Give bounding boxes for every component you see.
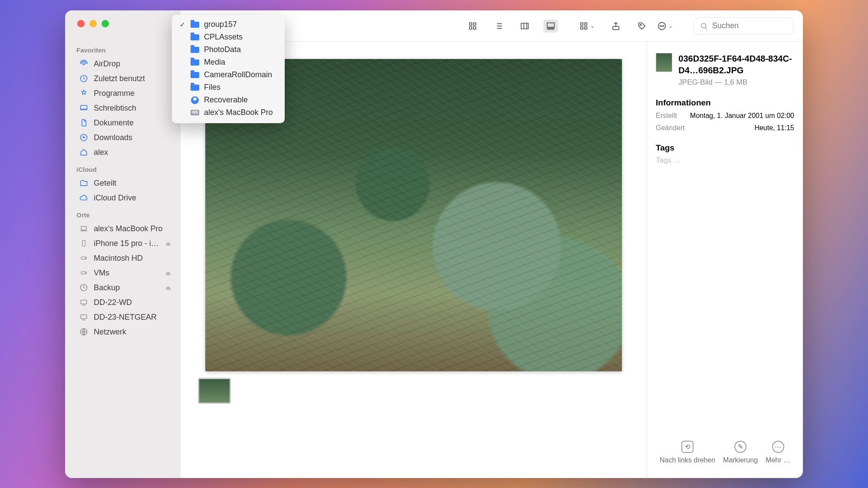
minimize-window-button[interactable] [89,20,97,27]
svg-rect-18 [521,23,529,29]
sidebar-item-documents[interactable]: Dokumente [69,115,177,130]
cloud-icon [79,193,89,203]
chevron-down-icon: ⌄ [668,23,673,29]
timemachine-icon [79,283,89,292]
view-icons-button[interactable] [465,20,480,33]
thumbnail-strip [194,371,634,410]
svg-rect-21 [550,28,552,29]
sidebar: Favoriten AirDrop Zuletzt benutzt Progra… [65,10,181,478]
close-window-button[interactable] [77,20,85,27]
more-quick-actions-button[interactable]: ⋯Mehr … [766,441,790,464]
svg-point-7 [85,258,85,258]
thumbnail-selected[interactable] [198,378,231,404]
folder-icon [190,71,200,79]
path-dropdown-menu: ✓group157 CPLAssets PhotoData Media Came… [172,15,285,123]
rotate-left-button[interactable]: ⟲Nach links drehen [660,441,715,464]
group-sort-button[interactable]: ⌄ [579,21,595,31]
svg-rect-4 [81,226,86,230]
sidebar-item-network[interactable]: Netzwerk [69,324,177,339]
path-item-group157[interactable]: ✓group157 [176,18,280,31]
svg-rect-14 [470,23,472,25]
fullscreen-window-button[interactable] [102,20,109,27]
svg-rect-23 [581,23,583,25]
sidebar-item-backup[interactable]: Backup⏏ [69,280,177,295]
markup-icon: ✎ [734,441,746,453]
network-icon [79,327,89,337]
sidebar-item-desktop[interactable]: Schreibtisch [69,101,177,115]
eject-icon[interactable]: ⏏ [165,284,171,291]
info-section-heading: Informationen [656,98,794,108]
more-actions-button[interactable]: ⌄ [657,21,673,31]
sidebar-section-orte: Orte [65,205,181,221]
view-columns-button[interactable] [517,20,532,33]
tags-field[interactable]: Tags … [656,156,794,165]
svg-point-9 [85,272,85,273]
laptop-icon [190,109,200,117]
eject-icon[interactable]: ⏏ [165,269,171,276]
sidebar-item-macbook[interactable]: alex's MacBook Pro [69,221,177,236]
folder-icon [190,59,200,66]
sidebar-section-favoriten: Favoriten [65,40,181,56]
svg-rect-24 [585,23,587,25]
search-field[interactable] [694,17,793,35]
view-switch [465,20,558,33]
path-item-media[interactable]: Media [176,56,280,69]
sidebar-item-recents[interactable]: Zuletzt benutzt [69,71,177,86]
folder-icon [190,21,200,29]
sidebar-item-macintosh-hd[interactable]: Macintosh HD [69,251,177,265]
svg-rect-11 [81,300,87,304]
sidebar-item-vms[interactable]: VMs⏏ [69,265,177,280]
desktop-icon [79,103,89,113]
markup-button[interactable]: ✎Markierung [723,441,758,464]
info-panel: 036D325F-1F64-4D48-834C-D4…696B2.JPG JPE… [647,42,803,478]
sidebar-item-dd22[interactable]: DD-22-WD [69,295,177,310]
documents-icon [79,118,89,128]
sidebar-item-home[interactable]: alex [69,145,177,160]
search-icon [700,22,708,30]
svg-rect-5 [82,240,85,246]
svg-point-33 [701,23,706,28]
view-list-button[interactable] [491,20,506,33]
svg-point-32 [663,26,664,26]
sidebar-item-downloads[interactable]: Downloads [69,130,177,145]
downloads-icon [79,133,89,142]
applications-icon [79,88,89,98]
svg-rect-12 [81,315,87,319]
file-name: 036D325F-1F64-4D48-834C-D4…696B2.JPG [678,53,794,76]
tags-heading: Tags [656,143,794,153]
svg-rect-25 [581,26,583,29]
svg-rect-20 [548,28,549,29]
disk-icon [79,268,89,278]
laptop-icon [79,224,89,233]
svg-point-0 [83,63,85,65]
svg-rect-15 [473,23,476,25]
svg-rect-26 [585,26,587,29]
path-item-photodata[interactable]: PhotoData [176,43,280,56]
folder-icon [190,46,200,54]
search-input[interactable] [712,21,803,30]
path-item-camerarolldomain[interactable]: CameraRollDomain [176,69,280,81]
quick-actions: ⟲Nach links drehen ✎Markierung ⋯Mehr … [656,433,794,474]
server-icon [79,312,89,322]
path-item-recoverable[interactable]: Recoverable [176,94,280,106]
view-gallery-button[interactable] [543,20,558,33]
path-item-files[interactable]: Files [176,81,280,94]
path-item-macbook[interactable]: alex's MacBook Pro [176,106,280,119]
more-icon: ⋯ [772,441,784,453]
file-kind-size: JPEG-Bild — 1,6 MB [678,78,794,87]
chevron-down-icon: ⌄ [590,23,595,29]
sidebar-item-iphone[interactable]: iPhone 15 pro - i…⏏ [69,236,177,251]
eject-icon[interactable]: ⏏ [165,240,171,247]
tags-button[interactable] [635,20,649,33]
svg-rect-17 [473,26,476,29]
sidebar-item-applications[interactable]: Programme [69,86,177,101]
checkmark-icon: ✓ [179,21,186,29]
clock-icon [79,74,89,83]
phone-icon [79,239,89,248]
path-item-cplassets[interactable]: CPLAssets [176,31,280,43]
sidebar-item-dd23[interactable]: DD-23-NETGEAR [69,310,177,324]
sidebar-item-icloud-drive[interactable]: iCloud Drive [69,190,177,205]
share-button[interactable] [608,20,623,33]
sidebar-item-airdrop[interactable]: AirDrop [69,56,177,71]
sidebar-item-shared[interactable]: Geteilt [69,176,177,190]
